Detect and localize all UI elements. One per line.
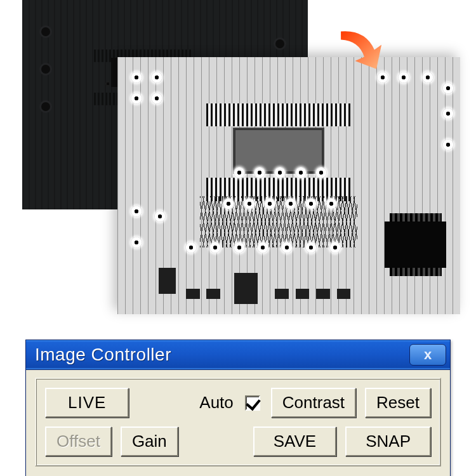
- live-button[interactable]: LIVE: [45, 388, 129, 418]
- controls-group: LIVE Auto Contrast Reset Offset Gain SAV…: [35, 378, 441, 466]
- dialog-client: LIVE Auto Contrast Reset Offset Gain SAV…: [26, 370, 450, 476]
- reset-button[interactable]: Reset: [365, 388, 431, 418]
- pcb-image-after: [117, 57, 460, 314]
- dialog-title: Image Controller: [35, 345, 171, 365]
- snap-button[interactable]: SNAP: [345, 426, 431, 456]
- auto-checkbox[interactable]: [245, 395, 260, 411]
- row-bottom: Offset Gain SAVE SNAP: [45, 426, 431, 456]
- row-top: LIVE Auto Contrast Reset: [45, 388, 431, 418]
- image-controller-dialog: Image Controller x LIVE Auto Contrast Re…: [25, 340, 451, 476]
- titlebar[interactable]: Image Controller x: [26, 340, 450, 370]
- save-button[interactable]: SAVE: [253, 426, 336, 456]
- auto-label: Auto: [199, 393, 234, 413]
- close-button[interactable]: x: [409, 344, 446, 366]
- contrast-button[interactable]: Contrast: [271, 388, 356, 418]
- offset-button: Offset: [45, 426, 112, 456]
- close-icon: x: [424, 347, 432, 363]
- gain-button[interactable]: Gain: [121, 426, 178, 456]
